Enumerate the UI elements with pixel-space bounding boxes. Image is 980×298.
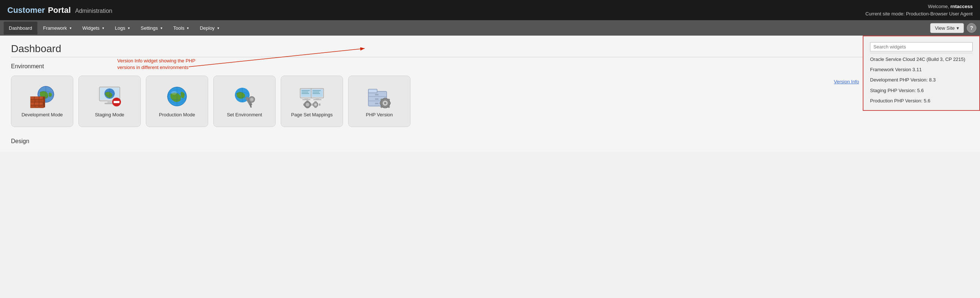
svg-rect-64	[312, 104, 313, 106]
svg-rect-62	[315, 101, 317, 103]
svg-rect-53	[313, 99, 321, 100]
popup-line-1: Oracle Service Cloud 24C (Build 3, CP 22…	[870, 56, 973, 63]
set-environment-card[interactable]: Set Environment	[213, 75, 275, 127]
globe-stop-icon	[96, 85, 123, 108]
svg-rect-49	[313, 90, 321, 91]
development-mode-card[interactable]: Development Mode	[11, 75, 73, 127]
nav-deploy[interactable]: Deploy▾	[195, 22, 224, 35]
svg-rect-15	[39, 103, 43, 105]
globe-wall-icon	[29, 85, 55, 108]
svg-rect-9	[39, 96, 43, 99]
page-set-mappings-label: Page Set Mappings	[291, 112, 332, 117]
view-site-button[interactable]: View Site▾	[930, 23, 964, 33]
globe-blue-icon	[164, 85, 190, 108]
nav-bar: Dashboard Framework▾ Widgets▾ Logs▾ Sett…	[0, 20, 980, 35]
svg-point-55	[305, 103, 309, 106]
svg-point-61	[315, 103, 317, 106]
nav-tools[interactable]: Tools▾	[168, 22, 194, 35]
svg-rect-8	[35, 96, 39, 99]
svg-rect-65	[319, 104, 320, 106]
svg-rect-12	[39, 99, 44, 102]
svg-rect-44	[302, 93, 309, 94]
welcome-label: Welcome,	[928, 4, 949, 9]
nav-widgets[interactable]: Widgets▾	[77, 22, 109, 35]
svg-rect-13	[30, 103, 34, 105]
popup-line-5: Production PHP Version: 5.6	[870, 98, 973, 104]
development-mode-label: Development Mode	[22, 112, 63, 117]
staging-mode-label: Staging Mode	[95, 112, 124, 117]
svg-point-33	[171, 91, 177, 95]
svg-rect-57	[306, 107, 309, 108]
svg-rect-59	[310, 104, 312, 106]
popup-line-3: Development PHP Version: 8.3	[870, 77, 973, 83]
nav-settings[interactable]: Settings▾	[135, 22, 167, 35]
nav-wrapper: Dashboard Framework▾ Widgets▾ Logs▾ Sett…	[0, 20, 980, 35]
page-set-mappings-icon	[299, 85, 325, 108]
logo-admin: Administration	[75, 8, 112, 14]
environment-icon-grid: Development Mode Staging Mode	[11, 75, 969, 127]
svg-rect-72	[375, 103, 379, 104]
svg-rect-50	[313, 92, 319, 93]
svg-rect-18	[39, 105, 44, 108]
svg-rect-77	[384, 107, 386, 108]
version-info-popup: Oracle Service Cloud 24C (Build 3, CP 22…	[863, 35, 980, 111]
svg-point-75	[384, 102, 386, 104]
svg-rect-78	[380, 102, 382, 104]
svg-rect-51	[313, 93, 320, 94]
welcome-area: Welcome, rntaccess Current site mode: Pr…	[865, 3, 973, 17]
section-divider	[11, 57, 969, 57]
svg-rect-67	[368, 89, 377, 93]
production-mode-label: Production Mode	[159, 112, 195, 117]
php-version-label: PHP Version	[366, 112, 393, 117]
popup-line-4: Staging PHP Version: 5.6	[870, 87, 973, 94]
svg-rect-7	[30, 96, 34, 99]
page-set-mappings-card[interactable]: Page Set Mappings	[281, 75, 343, 127]
environment-section-heading: Environment	[11, 63, 969, 70]
svg-rect-27	[114, 101, 119, 103]
nav-dashboard[interactable]: Dashboard	[4, 22, 37, 35]
site-mode-label: Current site mode: Production-Browser Us…	[865, 11, 973, 16]
set-environment-icon	[231, 85, 258, 108]
svg-rect-16	[30, 105, 35, 108]
design-section-heading: Design	[11, 138, 969, 144]
svg-rect-10	[30, 99, 35, 102]
svg-rect-17	[35, 105, 39, 108]
page-title: Dashboard	[11, 43, 969, 54]
nav-framework[interactable]: Framework▾	[38, 22, 76, 35]
svg-rect-63	[315, 107, 317, 108]
svg-rect-79	[389, 102, 391, 104]
svg-rect-43	[302, 92, 308, 93]
svg-rect-14	[35, 103, 39, 105]
help-button[interactable]: ?	[967, 23, 976, 33]
php-version-icon	[366, 85, 393, 108]
staging-mode-card[interactable]: Staging Mode	[78, 75, 141, 127]
search-widgets-input[interactable]	[870, 42, 973, 51]
svg-point-39	[250, 98, 253, 101]
svg-rect-46	[302, 99, 310, 100]
top-header: CustomerPortal Administration Welcome, r…	[0, 0, 980, 20]
main-content: Version Info widget showing the PHP vers…	[0, 35, 980, 152]
logo-customer: Customer	[7, 5, 45, 15]
logo-portal: Portal	[48, 5, 71, 15]
nav-logs[interactable]: Logs▾	[110, 22, 135, 35]
svg-rect-42	[302, 90, 310, 91]
svg-rect-70	[375, 94, 379, 95]
svg-rect-56	[306, 101, 309, 102]
set-environment-label: Set Environment	[227, 112, 262, 117]
svg-rect-71	[375, 98, 379, 100]
svg-rect-76	[384, 98, 386, 99]
svg-rect-58	[304, 104, 305, 106]
username: rntaccess	[950, 4, 973, 9]
popup-line-2: Framework Version 3.11	[870, 66, 973, 73]
logo-area: CustomerPortal Administration	[7, 5, 112, 15]
php-version-card[interactable]: PHP Version	[348, 75, 410, 127]
svg-rect-11	[35, 99, 39, 102]
version-info-link[interactable]: Version Info	[834, 79, 859, 85]
production-mode-card[interactable]: Production Mode	[146, 75, 208, 127]
